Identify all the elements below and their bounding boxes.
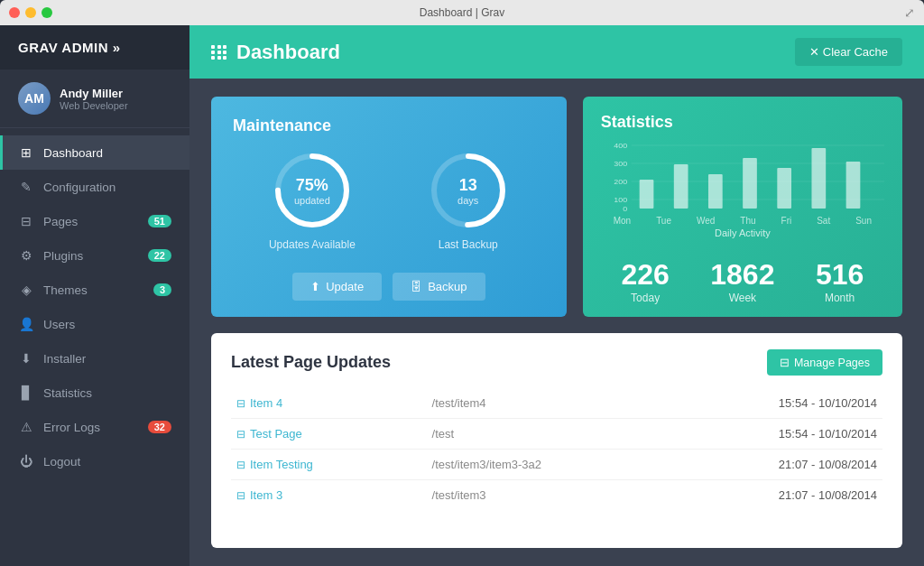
page-link[interactable]: ⊟ Item 3 [236,488,421,502]
configuration-nav-label: Configuration [43,181,116,194]
table-row: ⊟ Test Page /test 15:54 - 10/10/2014 [231,419,882,450]
user-role: Web Developer [60,100,128,111]
updates-circle-text: 75% updated [294,176,330,206]
svg-text:200: 200 [614,177,627,185]
stats-numbers: 226 Today 1862 Week 516 Month [601,258,884,304]
x-label-fri: Fri [781,216,792,226]
x-label-mon: Mon [614,216,631,226]
page-file-icon: ⊟ [236,459,245,471]
sidebar-item-logout[interactable]: ⏻ Logout [0,444,189,478]
week-label: Week [710,292,774,304]
plugins-nav-label: Plugins [43,249,83,263]
configuration-nav-icon: ✎ [18,180,34,194]
page-link[interactable]: ⊟ Item Testing [236,458,421,471]
page-path: /test [427,419,666,450]
svg-rect-19 [845,162,860,209]
page-name: Item 4 [250,396,282,410]
svg-text:400: 400 [614,141,627,149]
update-button[interactable]: ⬆ Update [292,273,382,301]
page-time: 21:07 - 10/08/2014 [665,450,882,480]
page-time: 15:54 - 10/10/2014 [665,419,882,450]
sidebar-item-users[interactable]: 👤 Users [0,307,189,341]
clear-cache-button[interactable]: ✕ Clear Cache [795,38,902,66]
manage-pages-button[interactable]: ⊟ Manage Pages [767,349,882,376]
page-name: Item 3 [250,488,282,502]
sidebar: GRAV ADMIN » AM Andy Miller Web Develope… [0,25,189,566]
errorlogs-nav-label: Error Logs [43,421,100,434]
stat-month: 516 Month [816,258,864,304]
backup-btn-label: Backup [428,280,467,293]
sidebar-item-plugins[interactable]: ⚙ Plugins 22 [0,238,189,273]
backup-button[interactable]: 🗄 Backup [393,273,485,301]
stat-week: 1862 Week [710,258,774,304]
sidebar-logo[interactable]: GRAV ADMIN » [0,25,189,70]
maximize-button[interactable] [42,7,52,18]
sidebar-item-installer[interactable]: ⬇ Installer [0,341,189,376]
page-link[interactable]: ⊟ Item 4 [236,396,421,410]
maintenance-circles: 75% updated Updates Available [233,150,545,251]
chart-area: 400 300 200 100 0 [601,141,884,249]
svg-text:300: 300 [614,159,627,167]
window-title: Dashboard | Grav [420,6,505,19]
main-header: Dashboard ✕ Clear Cache [189,25,924,79]
updates-circle-wrapper: 75% updated [272,150,353,231]
themes-nav-icon: ◈ [18,283,34,297]
upload-icon: ⬆ [310,280,320,293]
themes-badge: 3 [153,283,171,296]
chart-subtitle: Daily Activity [601,227,884,238]
page-name: Item Testing [250,458,313,471]
page-path: /test/item3/item3-3a2 [427,450,666,480]
backup-desc: Last Backup [439,238,498,251]
sidebar-item-pages[interactable]: ⊟ Pages 51 [0,204,189,238]
sidebar-item-configuration[interactable]: ✎ Configuration [0,170,189,204]
users-nav-label: Users [43,318,75,331]
sidebar-item-statistics[interactable]: ▊ Statistics [0,376,189,410]
backup-circle-text: 13 days [457,176,478,206]
bar-chart: 400 300 200 100 0 [601,141,884,213]
month-label: Month [816,292,864,304]
page-file-icon: ⊟ [236,397,245,410]
expand-icon[interactable]: ⤢ [904,5,915,20]
manage-pages-label: Manage Pages [794,357,870,369]
dashboard-grid-icon [211,45,227,60]
updates-label: updated [294,195,330,206]
stat-today: 226 Today [621,258,669,304]
svg-rect-16 [743,158,757,209]
maintenance-title: Maintenance [233,116,545,135]
updates-title: Latest Page Updates [231,353,391,372]
user-name: Andy Miller [60,87,128,100]
table-row: ⊟ Item Testing /test/item3/item3-3a2 21:… [231,450,882,480]
today-label: Today [621,292,669,304]
users-nav-icon: 👤 [18,317,34,331]
page-name: Test Page [250,427,302,441]
table-row: ⊟ Item 4 /test/item4 15:54 - 10/10/2014 [231,388,882,419]
statistics-card: Statistics 400 300 200 100 [583,97,902,317]
x-label-thu: Thu [740,216,755,226]
titlebar: Dashboard | Grav ⤢ [0,0,924,25]
statistics-nav-label: Statistics [43,386,92,400]
errorlogs-badge: 32 [148,421,171,433]
themes-nav-label: Themes [43,283,88,297]
app-container: GRAV ADMIN » AM Andy Miller Web Develope… [0,25,924,566]
minimize-button[interactable] [25,7,36,18]
dashboard-nav-label: Dashboard [43,146,103,160]
svg-text:0: 0 [623,204,627,212]
sidebar-item-dashboard[interactable]: ⊞ Dashboard [0,135,189,170]
page-link[interactable]: ⊟ Test Page [236,427,421,441]
maintenance-actions: ⬆ Update 🗄 Backup [233,273,545,301]
page-time: 15:54 - 10/10/2014 [665,388,882,419]
sidebar-item-errorlogs[interactable]: ⚠ Error Logs 32 [0,410,189,444]
updates-header: Latest Page Updates ⊟ Manage Pages [231,349,882,376]
sidebar-nav: ⊞ Dashboard ✎ Configuration ⊟ Pages 51 ⚙… [0,128,189,566]
sidebar-item-themes[interactable]: ◈ Themes 3 [0,273,189,307]
svg-rect-18 [811,148,826,209]
table-row: ⊟ Item 3 /test/item3 21:07 - 10/08/2014 [231,480,882,511]
user-info: Andy Miller Web Developer [60,87,128,111]
pages-badge: 51 [148,215,171,227]
x-label-sat: Sat [817,216,830,226]
close-button[interactable] [9,7,20,18]
page-path: /test/item4 [427,388,666,419]
svg-rect-13 [639,180,653,209]
window-controls[interactable] [9,7,52,18]
top-row: Maintenance 75% updated [211,97,902,317]
